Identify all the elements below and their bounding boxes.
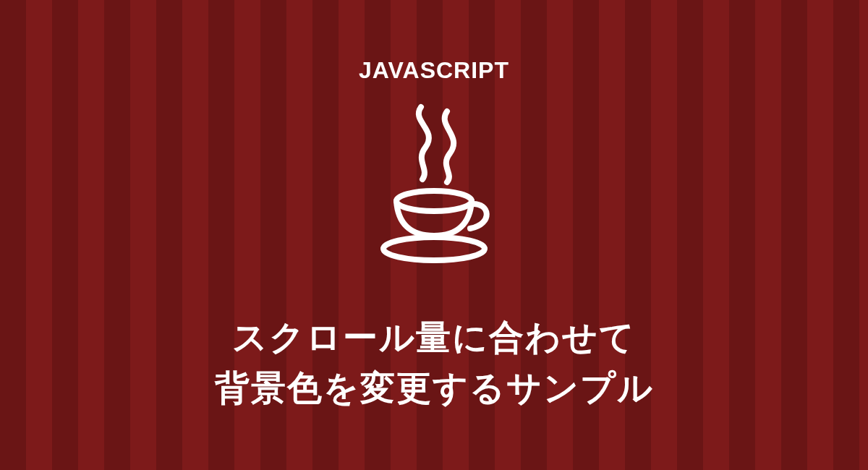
category-label: JAVASCRIPT <box>359 57 509 84</box>
svg-point-0 <box>396 191 472 211</box>
hero-content: JAVASCRIPT スクロール量に合わせて 背景色を変更するサンプル <box>215 57 654 413</box>
hero-title: スクロール量に合わせて 背景色を変更するサンプル <box>215 312 654 413</box>
title-line-1: スクロール量に合わせて <box>232 318 636 356</box>
svg-point-1 <box>383 237 485 260</box>
title-line-2: 背景色を変更するサンプル <box>215 369 654 407</box>
java-coffee-icon <box>369 101 499 270</box>
